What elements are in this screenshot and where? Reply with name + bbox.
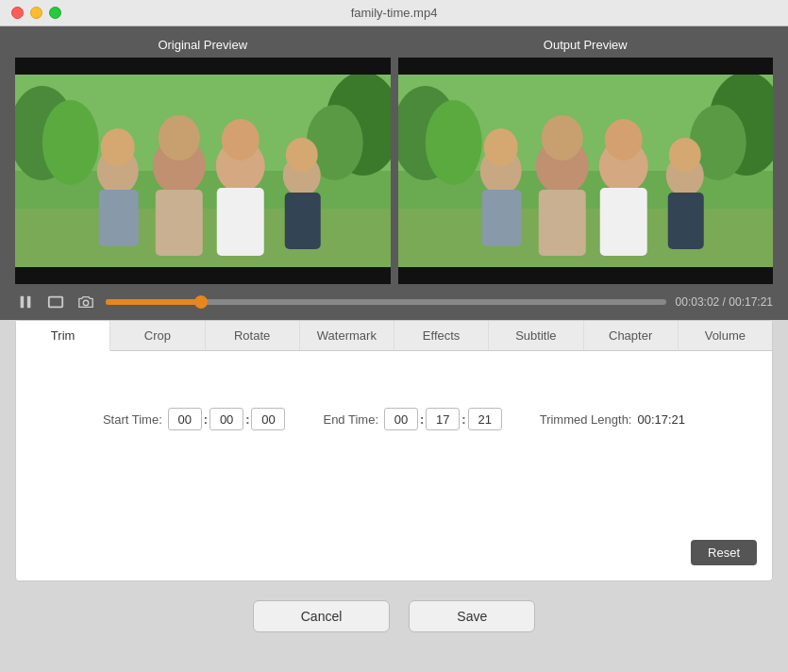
svg-point-18 xyxy=(286,138,318,172)
tabs-header: Trim Crop Rotate Watermark Effects Subti… xyxy=(16,321,772,351)
end-time-inputs: : : xyxy=(384,408,502,430)
tab-crop[interactable]: Crop xyxy=(110,321,205,350)
svg-rect-38 xyxy=(667,193,703,249)
start-time-group: Start Time: : : xyxy=(103,408,286,430)
screenshot-button[interactable] xyxy=(75,292,96,312)
svg-rect-29 xyxy=(481,190,521,246)
svg-point-39 xyxy=(668,138,700,172)
window-controls[interactable] xyxy=(11,7,61,19)
pause-icon xyxy=(17,294,34,311)
output-video-content xyxy=(398,58,774,284)
tab-volume[interactable]: Volume xyxy=(679,321,772,350)
trim-tab-content: Start Time: : : End Time: : : xyxy=(16,351,772,540)
reset-button[interactable]: Reset xyxy=(691,540,757,565)
svg-point-5 xyxy=(42,100,99,185)
svg-point-9 xyxy=(101,128,135,166)
tab-subtitle[interactable]: Subtitle xyxy=(489,321,583,350)
original-preview-label: Original Preview xyxy=(158,38,247,52)
camera-icon xyxy=(77,294,94,311)
output-preview-label: Output Preview xyxy=(544,38,628,52)
controls-bar: 00:03:02 / 00:17:21 xyxy=(0,284,788,320)
svg-rect-20 xyxy=(15,267,391,284)
start-time-label: Start Time: xyxy=(103,412,162,427)
svg-rect-40 xyxy=(398,58,774,75)
tab-trim[interactable]: Trim xyxy=(16,321,110,351)
end-time-label: End Time: xyxy=(323,412,378,427)
maximize-button[interactable] xyxy=(49,7,61,19)
start-sep-2: : xyxy=(245,412,249,427)
close-button[interactable] xyxy=(11,7,24,19)
svg-point-26 xyxy=(425,100,481,185)
svg-point-36 xyxy=(604,119,642,160)
title-bar: family-time.mp4 xyxy=(0,0,788,26)
output-video-frame xyxy=(398,58,774,284)
bottom-bar: Cancel Save xyxy=(0,581,788,647)
tab-effects[interactable]: Effects xyxy=(394,321,489,350)
tab-chapter[interactable]: Chapter xyxy=(584,321,679,350)
svg-point-33 xyxy=(541,115,582,160)
save-button[interactable]: Save xyxy=(409,600,535,632)
original-video-content xyxy=(15,58,391,284)
tabs-panel: Trim Crop Rotate Watermark Effects Subti… xyxy=(15,320,773,581)
progress-fill xyxy=(106,299,201,305)
svg-rect-17 xyxy=(285,193,321,249)
start-seconds-input[interactable] xyxy=(251,408,285,430)
end-seconds-input[interactable] xyxy=(468,408,502,430)
original-video-frame xyxy=(15,58,391,284)
video-preview-area: Original Preview xyxy=(0,26,788,284)
svg-point-15 xyxy=(222,119,260,160)
svg-point-30 xyxy=(483,128,517,166)
start-minutes-input[interactable] xyxy=(210,408,243,430)
svg-rect-14 xyxy=(217,188,264,256)
svg-rect-41 xyxy=(398,267,774,284)
svg-point-12 xyxy=(159,115,200,160)
original-preview-panel: Original Preview xyxy=(15,38,391,284)
trimmed-length-label: Trimmed Length: xyxy=(540,412,632,427)
window-title: family-time.mp4 xyxy=(351,6,438,20)
progress-handle[interactable] xyxy=(194,295,208,309)
svg-rect-11 xyxy=(156,190,203,256)
start-sep-1: : xyxy=(204,412,208,427)
end-sep-1: : xyxy=(420,412,424,427)
output-preview-panel: Output Preview xyxy=(398,38,774,284)
end-sep-2: : xyxy=(461,412,465,427)
total-time: 00:17:21 xyxy=(729,295,773,309)
svg-rect-19 xyxy=(15,58,391,75)
current-time: 00:03:02 xyxy=(676,295,720,309)
time-display: 00:03:02 / 00:17:21 xyxy=(676,295,773,309)
tab-rotate[interactable]: Rotate xyxy=(206,321,300,350)
trim-controls: Start Time: : : End Time: : : xyxy=(44,408,744,430)
svg-rect-44 xyxy=(49,297,62,308)
end-time-group: End Time: : : xyxy=(323,408,501,430)
start-hours-input[interactable] xyxy=(168,408,202,430)
tab-footer: Reset xyxy=(16,540,772,580)
end-minutes-input[interactable] xyxy=(426,408,460,430)
svg-rect-35 xyxy=(599,188,646,256)
cancel-button[interactable]: Cancel xyxy=(253,600,391,632)
pause-button[interactable] xyxy=(15,292,36,312)
end-hours-input[interactable] xyxy=(384,408,418,430)
svg-point-45 xyxy=(83,300,88,305)
aspect-ratio-icon xyxy=(47,294,64,311)
svg-rect-42 xyxy=(21,296,25,309)
trimmed-length-group: Trimmed Length: 00:17:21 xyxy=(540,412,685,427)
svg-rect-43 xyxy=(27,296,31,309)
start-time-inputs: : : xyxy=(168,408,286,430)
svg-rect-32 xyxy=(538,190,585,256)
aspect-ratio-button[interactable] xyxy=(45,292,66,312)
svg-rect-8 xyxy=(99,190,139,246)
minimize-button[interactable] xyxy=(30,7,42,19)
progress-bar[interactable] xyxy=(106,299,666,305)
trimmed-length-value: 00:17:21 xyxy=(637,412,685,427)
tab-watermark[interactable]: Watermark xyxy=(300,321,394,350)
